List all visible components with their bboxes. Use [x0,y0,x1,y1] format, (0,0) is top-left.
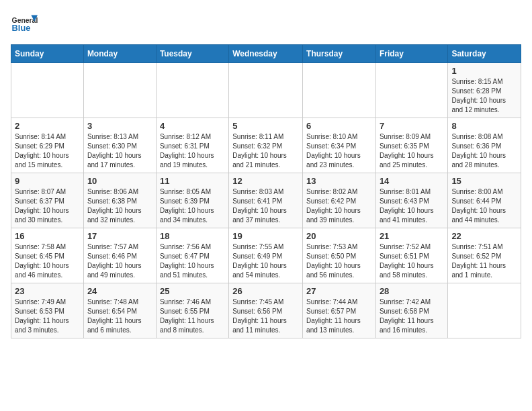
calendar-cell: 9Sunrise: 8:07 AM Sunset: 6:37 PM Daylig… [11,173,84,228]
calendar-cell: 25Sunrise: 7:46 AM Sunset: 6:55 PM Dayli… [156,283,228,338]
calendar-cell: 16Sunrise: 7:58 AM Sunset: 6:45 PM Dayli… [11,228,84,283]
day-info: Sunrise: 7:46 AM Sunset: 6:55 PM Dayligh… [160,298,225,335]
day-info: Sunrise: 7:49 AM Sunset: 6:53 PM Dayligh… [15,298,80,335]
day-number: 15 [451,176,517,186]
calendar-cell: 6Sunrise: 8:10 AM Sunset: 6:34 PM Daylig… [303,118,376,173]
day-number: 20 [306,231,372,241]
day-info: Sunrise: 8:11 AM Sunset: 6:32 PM Dayligh… [232,132,299,170]
day-info: Sunrise: 8:00 AM Sunset: 6:44 PM Dayligh… [451,187,517,225]
calendar-cell [448,283,521,338]
day-of-week-header: Tuesday [156,45,228,63]
day-number: 18 [160,231,225,241]
calendar-cell: 13Sunrise: 8:02 AM Sunset: 6:42 PM Dayli… [303,173,376,228]
day-number: 12 [232,176,299,186]
day-number: 14 [380,176,444,186]
day-info: Sunrise: 7:57 AM Sunset: 6:46 PM Dayligh… [87,242,152,280]
calendar-week-row: 2Sunrise: 8:14 AM Sunset: 6:29 PM Daylig… [11,118,521,173]
day-number: 2 [15,121,80,131]
page-header: General Blue [11,11,521,38]
day-number: 6 [306,121,372,131]
day-info: Sunrise: 7:44 AM Sunset: 6:57 PM Dayligh… [306,298,372,335]
day-number: 22 [451,231,517,241]
calendar-cell: 23Sunrise: 7:49 AM Sunset: 6:53 PM Dayli… [11,283,84,338]
calendar-cell: 21Sunrise: 7:52 AM Sunset: 6:51 PM Dayli… [375,228,447,283]
day-of-week-header: Friday [375,45,447,63]
day-number: 8 [451,121,517,131]
calendar-cell: 3Sunrise: 8:13 AM Sunset: 6:30 PM Daylig… [83,118,156,173]
day-number: 27 [306,286,372,296]
day-info: Sunrise: 8:03 AM Sunset: 6:41 PM Dayligh… [232,187,299,225]
calendar-cell: 18Sunrise: 7:56 AM Sunset: 6:47 PM Dayli… [156,228,228,283]
day-of-week-header: Sunday [11,45,84,63]
day-info: Sunrise: 8:15 AM Sunset: 6:28 PM Dayligh… [451,77,517,115]
calendar-cell: 2Sunrise: 8:14 AM Sunset: 6:29 PM Daylig… [11,118,84,173]
logo-icon: General Blue [11,11,38,38]
day-info: Sunrise: 8:07 AM Sunset: 6:37 PM Dayligh… [15,187,80,225]
calendar-cell: 28Sunrise: 7:42 AM Sunset: 6:58 PM Dayli… [375,283,447,338]
calendar-table: SundayMondayTuesdayWednesdayThursdayFrid… [11,44,521,338]
day-info: Sunrise: 8:08 AM Sunset: 6:36 PM Dayligh… [451,132,517,170]
calendar-cell: 17Sunrise: 7:57 AM Sunset: 6:46 PM Dayli… [83,228,156,283]
day-info: Sunrise: 7:45 AM Sunset: 6:56 PM Dayligh… [232,298,299,335]
calendar-cell [303,63,376,118]
day-info: Sunrise: 8:05 AM Sunset: 6:39 PM Dayligh… [160,187,225,225]
day-info: Sunrise: 8:01 AM Sunset: 6:43 PM Dayligh… [380,187,444,225]
day-info: Sunrise: 8:02 AM Sunset: 6:42 PM Dayligh… [306,187,372,225]
calendar-week-row: 1Sunrise: 8:15 AM Sunset: 6:28 PM Daylig… [11,63,521,118]
calendar-cell: 12Sunrise: 8:03 AM Sunset: 6:41 PM Dayli… [229,173,303,228]
day-number: 23 [15,286,80,296]
day-number: 3 [87,121,152,131]
day-number: 4 [160,121,225,131]
day-number: 17 [87,231,152,241]
day-number: 10 [87,176,152,186]
day-number: 7 [380,121,444,131]
day-number: 9 [15,176,80,186]
day-of-week-header: Wednesday [229,45,303,63]
calendar-cell: 1Sunrise: 8:15 AM Sunset: 6:28 PM Daylig… [448,63,521,118]
day-info: Sunrise: 7:55 AM Sunset: 6:49 PM Dayligh… [232,242,299,280]
calendar-cell [375,63,447,118]
calendar-cell: 26Sunrise: 7:45 AM Sunset: 6:56 PM Dayli… [229,283,303,338]
calendar-cell: 22Sunrise: 7:51 AM Sunset: 6:52 PM Dayli… [448,228,521,283]
day-info: Sunrise: 7:58 AM Sunset: 6:45 PM Dayligh… [15,242,80,280]
day-info: Sunrise: 8:09 AM Sunset: 6:35 PM Dayligh… [380,132,444,170]
day-number: 24 [87,286,152,296]
day-info: Sunrise: 8:06 AM Sunset: 6:38 PM Dayligh… [87,187,152,225]
day-of-week-header: Thursday [303,45,376,63]
calendar-cell: 27Sunrise: 7:44 AM Sunset: 6:57 PM Dayli… [303,283,376,338]
calendar-cell [83,63,156,118]
day-info: Sunrise: 8:13 AM Sunset: 6:30 PM Dayligh… [87,132,152,170]
calendar-cell [156,63,228,118]
day-info: Sunrise: 7:56 AM Sunset: 6:47 PM Dayligh… [160,242,225,280]
calendar-cell: 7Sunrise: 8:09 AM Sunset: 6:35 PM Daylig… [375,118,447,173]
svg-text:Blue: Blue [12,23,31,33]
day-number: 11 [160,176,225,186]
calendar-cell: 19Sunrise: 7:55 AM Sunset: 6:49 PM Dayli… [229,228,303,283]
day-info: Sunrise: 7:48 AM Sunset: 6:54 PM Dayligh… [87,298,152,335]
calendar-cell [11,63,84,118]
calendar-cell: 5Sunrise: 8:11 AM Sunset: 6:32 PM Daylig… [229,118,303,173]
calendar-week-row: 9Sunrise: 8:07 AM Sunset: 6:37 PM Daylig… [11,173,521,228]
day-info: Sunrise: 8:14 AM Sunset: 6:29 PM Dayligh… [15,132,80,170]
logo: General Blue [11,11,42,38]
day-number: 26 [232,286,299,296]
calendar-cell: 15Sunrise: 8:00 AM Sunset: 6:44 PM Dayli… [448,173,521,228]
day-number: 16 [15,231,80,241]
day-number: 25 [160,286,225,296]
calendar-cell: 14Sunrise: 8:01 AM Sunset: 6:43 PM Dayli… [375,173,447,228]
day-info: Sunrise: 7:51 AM Sunset: 6:52 PM Dayligh… [451,242,517,280]
day-info: Sunrise: 8:10 AM Sunset: 6:34 PM Dayligh… [306,132,372,170]
day-number: 13 [306,176,372,186]
day-info: Sunrise: 7:52 AM Sunset: 6:51 PM Dayligh… [380,242,444,280]
day-info: Sunrise: 8:12 AM Sunset: 6:31 PM Dayligh… [160,132,225,170]
day-info: Sunrise: 7:42 AM Sunset: 6:58 PM Dayligh… [380,298,444,335]
day-number: 28 [380,286,444,296]
day-number: 21 [380,231,444,241]
day-header-row: SundayMondayTuesdayWednesdayThursdayFrid… [11,45,521,63]
calendar-cell: 10Sunrise: 8:06 AM Sunset: 6:38 PM Dayli… [83,173,156,228]
calendar-cell: 4Sunrise: 8:12 AM Sunset: 6:31 PM Daylig… [156,118,228,173]
calendar-week-row: 16Sunrise: 7:58 AM Sunset: 6:45 PM Dayli… [11,228,521,283]
day-of-week-header: Monday [83,45,156,63]
calendar-cell: 20Sunrise: 7:53 AM Sunset: 6:50 PM Dayli… [303,228,376,283]
day-number: 5 [232,121,299,131]
